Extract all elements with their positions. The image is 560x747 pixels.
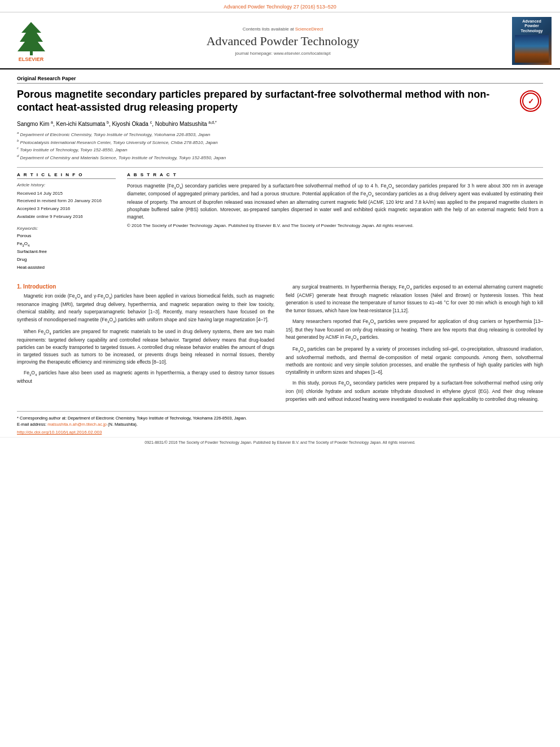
footnote-section: * Corresponding author at: Department of… — [17, 411, 543, 428]
contents-text: Contents lists available at — [243, 27, 295, 32]
intro-para-3: Fe3O4 particles have also been used as m… — [17, 369, 274, 385]
apt-cover-title: AdvancedPowderTechnology — [521, 19, 543, 33]
right-para-2: Many researchers reported that Fe3O4 par… — [286, 318, 543, 342]
right-para-3: Fe3O4 particles can be prepared by a var… — [286, 346, 543, 377]
body-right-col: any surgical treatments. In hyperthermia… — [286, 283, 543, 406]
article-history-label: Article history: — [17, 182, 116, 187]
right-intro-text: any surgical treatments. In hyperthermia… — [286, 283, 543, 403]
elsevier-label: ELSEVIER — [19, 56, 44, 62]
keyword-heat-assisted: Heat-assisted — [17, 264, 116, 272]
email-link[interactable]: matsushita.n.ah@m.titech.ac.jp — [47, 422, 107, 427]
intro-para-2: When Fe3O4 particles are prepared for ma… — [17, 328, 274, 366]
journal-citation: Advanced Powder Technology 27 (2016) 513… — [224, 4, 336, 10]
accepted-date: Accepted 3 February 2016 — [17, 205, 116, 213]
crossmark-icon: ✓ — [520, 90, 541, 112]
authors-line: Sangmo Kim a, Ken-ichi Katsumata b, Kiyo… — [17, 120, 543, 127]
article-info-abstract-section: A R T I C L E I N F O Article history: R… — [17, 167, 543, 272]
right-para-1: any surgical treatments. In hyperthermia… — [286, 283, 543, 314]
sciencedirect-link[interactable]: ScienceDirect — [295, 27, 323, 32]
abstract-header: A B S T R A C T — [127, 172, 543, 179]
intro-para-1: Magnetic iron oxide (Fe3O4 and γ-Fe2O3) … — [17, 292, 274, 324]
article-title: Porous magnetite secondary particles pre… — [17, 88, 543, 115]
keywords-label: Keywords: — [17, 226, 116, 231]
email-note: E-mail address: matsushita.n.ah@m.titech… — [17, 421, 543, 427]
abstract-text: Porous magnetite (Fe3O4) secondary parti… — [127, 182, 543, 230]
keyword-drug: Drug — [17, 256, 116, 264]
affiliation-c: Tokyo Institute of Technology, Tokyo 152… — [20, 147, 127, 152]
introduction-text: Magnetic iron oxide (Fe3O4 and γ-Fe2O3) … — [17, 292, 274, 385]
top-bar: Advanced Powder Technology 27 (2016) 513… — [0, 0, 560, 12]
affiliations: a Department of Electronic Chemistry, To… — [17, 130, 543, 161]
introduction-title: 1. Introduction — [17, 283, 274, 290]
sciencedirect-line: Contents lists available at ScienceDirec… — [62, 27, 504, 32]
doi-link[interactable]: http://dx.doi.org/10.1016/j.apt.2016.02.… — [0, 427, 560, 437]
elsevier-tree-icon: ELSEVIER — [16, 20, 47, 55]
affiliation-d: Department of Chemistry and Materials Sc… — [20, 155, 226, 160]
corresponding-author-note: * Corresponding author at: Department of… — [17, 415, 543, 421]
copyright-line: © 2016 The Society of Powder Technology … — [127, 222, 543, 229]
main-content: Original Research Paper Porous magnetite… — [0, 69, 560, 277]
keyword-fe3o4: Fe3O4 — [17, 240, 116, 248]
body-two-col: 1. Introduction Magnetic iron oxide (Fe3… — [17, 283, 543, 406]
affiliation-a: Department of Electronic Chemistry, Toky… — [20, 132, 211, 137]
affiliation-b: Photocatalysis International Research Ce… — [20, 139, 218, 145]
journal-header: ELSEVIER ELSEVIER Contents lists availab… — [0, 12, 560, 69]
body-section: 1. Introduction Magnetic iron oxide (Fe3… — [0, 277, 560, 410]
elsevier-logo: ELSEVIER ELSEVIER — [8, 20, 54, 62]
svg-text:✓: ✓ — [527, 97, 533, 106]
title-area: Porous magnetite secondary particles pre… — [17, 88, 543, 115]
body-left-col: 1. Introduction Magnetic iron oxide (Fe3… — [17, 283, 274, 406]
article-info-header: A R T I C L E I N F O — [17, 172, 116, 179]
abstract-paragraph: Porous magnetite (Fe3O4) secondary parti… — [127, 182, 543, 221]
article-type-label: Original Research Paper — [17, 76, 543, 84]
journal-cover-thumbnail: AdvancedPowderTechnology — [512, 17, 552, 65]
right-para-4: In this study, porous Fe3O4 secondary pa… — [286, 379, 543, 403]
journal-title: Advanced Powder Technology — [62, 34, 504, 49]
keyword-porous: Porous — [17, 232, 116, 240]
abstract-column: A B S T R A C T Porous magnetite (Fe3O4)… — [127, 172, 543, 272]
journal-homepage: journal homepage: www.elsevier.com/locat… — [62, 51, 504, 56]
header-center: Contents lists available at ScienceDirec… — [54, 27, 512, 56]
article-info-column: A R T I C L E I N F O Article history: R… — [17, 172, 116, 272]
revised-date: Received in revised form 20 January 2016 — [17, 197, 116, 205]
crossmark-badge: ✓ — [518, 88, 543, 113]
available-date: Available online 9 February 2016 — [17, 213, 116, 221]
received-date: Received 14 July 2015 — [17, 190, 116, 198]
bottom-bar: 0921-8831/© 2016 The Society of Powder T… — [0, 437, 560, 447]
keyword-surfactant-free: Surfactant-free — [17, 248, 116, 256]
